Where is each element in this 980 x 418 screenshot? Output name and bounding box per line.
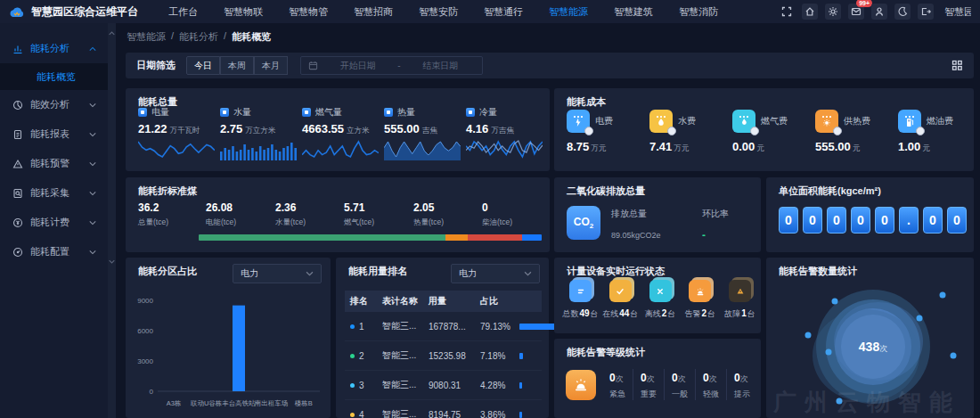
mail-icon[interactable]: 99+	[848, 4, 864, 20]
card-title: 计量设备实时运行状态	[567, 265, 665, 278]
coal-label: 电能(tce)	[206, 217, 236, 228]
scroll-up-icon[interactable]	[108, 29, 116, 37]
metric-unit: 万立方米	[245, 126, 275, 135]
co2-total-label: 排放总量	[611, 208, 661, 220]
flip-digit: 0	[803, 207, 822, 234]
cost-item: 燃油费1.00元	[898, 110, 980, 154]
coal-label: 柴油(tce)	[482, 217, 512, 228]
sidebar-scrollbar[interactable]	[108, 23, 116, 418]
nav-item[interactable]: 智慧建筑	[614, 5, 653, 19]
breadcrumb-item[interactable]: 智慧能源	[127, 30, 166, 44]
home-icon[interactable]	[802, 4, 818, 20]
date-range-picker[interactable]: 开始日期 - 结束日期	[300, 56, 483, 75]
metric-number: 2.75	[220, 122, 242, 135]
breadcrumb-item[interactable]: 能耗分析	[179, 30, 218, 44]
chevron-down-icon	[89, 102, 96, 108]
nav-item[interactable]: 智慧招商	[354, 5, 393, 19]
table-row[interactable]: 4智能三...8194.753.86%	[345, 400, 542, 418]
scroll-down-icon[interactable]	[108, 257, 116, 266]
device-status-item: 总数49台	[561, 280, 600, 320]
cost-unit: 元	[853, 143, 861, 152]
sidebar-item-能耗分析[interactable]: 能耗分析	[0, 34, 116, 63]
percent-bar-cell	[519, 410, 536, 418]
flip-digit: .	[899, 207, 919, 234]
end-date-placeholder[interactable]: 结束日期	[406, 60, 475, 72]
topbar: 智慧园区综合运维平台 工作台智慧物联智慧物管智慧招商智慧安防智慧通行智慧能源智慧…	[0, 0, 980, 23]
sidebar-item-能耗计费[interactable]: 能耗计费	[0, 208, 116, 237]
flame-meter-icon	[732, 110, 755, 133]
meter-name: 智能三...	[382, 379, 429, 391]
level-unit: 次	[678, 374, 686, 383]
level-unit: 次	[647, 374, 655, 383]
user-name[interactable]: 智慧园	[944, 5, 971, 19]
coal-equivalent-card: 能耗折标准煤 36.2总量(tce)26.08电能(tce)2.36水量(tce…	[126, 177, 550, 252]
level-label: 紧急	[609, 389, 625, 400]
percent-bar-cell	[519, 381, 536, 390]
usage-value: 15235.98	[429, 351, 480, 361]
cost-item: 电费8.75万元	[567, 110, 649, 154]
device-label: 在线	[602, 309, 618, 318]
percent-value: 3.86%	[480, 410, 519, 418]
date-quick-button[interactable]: 今日	[186, 56, 220, 75]
sidebar-item-能效分析[interactable]: 能效分析	[0, 90, 116, 119]
cost-value: 555.00元	[815, 140, 897, 154]
nav-item[interactable]: 智慧通行	[484, 5, 523, 19]
nav-item[interactable]: 工作台	[168, 5, 198, 19]
select-value: 电力	[241, 267, 258, 280]
table-row[interactable]: 2智能三...15235.987.18%	[345, 341, 542, 371]
sidebar-item-能耗报表[interactable]: 能耗报表	[0, 119, 116, 149]
sidebar-item-能耗采集[interactable]: 能耗采集	[0, 178, 116, 208]
sidebar-subitem-能耗概览[interactable]: 能耗概览	[0, 63, 116, 90]
sidebar-item-能耗预警[interactable]: 能耗预警	[0, 149, 116, 178]
layout-grid-icon[interactable]	[951, 60, 963, 71]
energy-type-select[interactable]: 电力	[451, 264, 540, 283]
fullscreen-icon[interactable]	[779, 4, 795, 20]
svg-text:A3栋: A3栋	[167, 399, 182, 407]
table-row[interactable]: 3智能三...9080.314.28%	[345, 371, 542, 400]
co2-icon: CO2	[567, 206, 600, 240]
nav-item[interactable]: 智慧物联	[224, 5, 263, 19]
coal-value: 5.71	[344, 201, 364, 214]
date-quick-button[interactable]: 本月	[254, 56, 288, 75]
table-row[interactable]: 1智能三...167878...79.13%	[345, 312, 542, 341]
nav-item[interactable]: 智慧物管	[289, 5, 328, 19]
usage-value: 167878...	[429, 322, 480, 332]
coal-stacked-bar	[199, 234, 542, 241]
user-icon[interactable]	[871, 4, 887, 20]
topbar-actions: 99+ 智慧园	[779, 4, 971, 20]
chevron-down-icon	[89, 250, 96, 255]
ranking-table-body: 1智能三...167878...79.13%2智能三...15235.987.1…	[345, 312, 542, 418]
device-status-label: 告警2台	[681, 308, 719, 320]
cost-number: 0.00	[732, 140, 755, 153]
badge-circle	[750, 127, 759, 135]
rank-number: 3	[359, 381, 364, 390]
date-quick-button[interactable]: 本周	[220, 56, 254, 75]
co2-total: 排放总量 89.05kgCO2e	[611, 208, 661, 241]
gear-icon[interactable]	[825, 4, 841, 20]
level-count: 0	[672, 372, 678, 384]
device-status-label: 在线44台	[601, 308, 640, 320]
metric-unit: 立方米	[347, 126, 370, 135]
flip-digit: 0	[947, 207, 967, 234]
chevron-down-icon	[306, 271, 314, 276]
start-date-placeholder[interactable]: 开始日期	[323, 60, 392, 72]
moon-icon[interactable]	[894, 4, 911, 20]
mail-badge: 99+	[856, 0, 872, 7]
nav-item[interactable]: 智慧能源	[549, 5, 588, 19]
coal-column: 2.36水量(tce)	[275, 199, 306, 228]
coal-value: 36.2	[138, 201, 159, 214]
energy-type-select[interactable]: 电力	[233, 264, 322, 283]
main-content: 智慧能源/ 能耗分析/ 能耗概览 日期筛选 今日本周本月 开始日期 - 结束日期	[116, 23, 980, 418]
alarm-level-item: 0次紧急	[602, 369, 633, 400]
level-count: 0	[703, 372, 709, 384]
co2-ratio-value: -	[702, 229, 729, 242]
nav-item[interactable]: 智慧安防	[419, 5, 458, 19]
sidebar-item-能耗配置[interactable]: 能耗配置	[0, 237, 116, 266]
cost-unit: 万元	[591, 143, 606, 152]
exit-icon[interactable]	[918, 4, 934, 20]
card-title: 能耗告警等级统计	[567, 346, 645, 359]
nav-item[interactable]: 智慧消防	[679, 5, 718, 19]
cold-icon	[466, 108, 475, 117]
percent-bar	[519, 353, 523, 359]
coal-label: 总量(tce)	[138, 217, 168, 228]
